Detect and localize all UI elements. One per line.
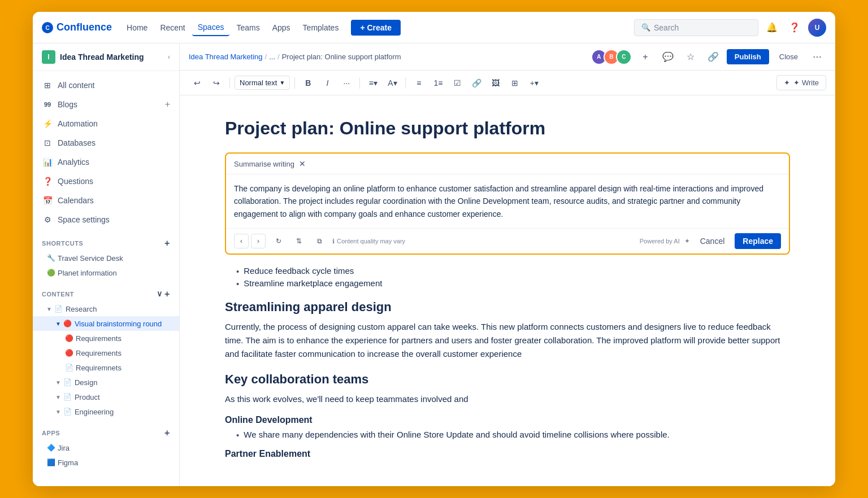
format-chevron: ▼ xyxy=(279,80,285,86)
ai-powered-label: Powered by AI xyxy=(640,238,680,244)
nav-teams[interactable]: Teams xyxy=(231,20,265,36)
toolbar-divider-2 xyxy=(294,77,295,89)
user-avatar[interactable]: U xyxy=(808,19,826,37)
task-button[interactable]: ☑ xyxy=(449,75,466,91)
tree-item-engineering[interactable]: ▼ 📄 Engineering xyxy=(33,404,179,419)
sidebar-item-label: Analytics xyxy=(58,158,89,167)
research-icon: 📄 xyxy=(54,304,63,313)
analytics-icon: 📊 xyxy=(42,156,53,168)
tree-item-research[interactable]: ▼ 📄 Research xyxy=(33,302,179,316)
breadcrumb-ellipsis[interactable]: ... xyxy=(269,53,275,61)
sidebar-item-automation[interactable]: ⚡ Automation xyxy=(33,114,179,133)
blogs-icon: 99 xyxy=(42,99,53,110)
align-button[interactable]: ≡▾ xyxy=(364,75,381,91)
page-title[interactable]: Project plan: Online support platform xyxy=(225,118,790,139)
tree-item-requirements-1[interactable]: 🔴 Requirements xyxy=(33,331,179,346)
sidebar-item-planet-info[interactable]: 🟢 Planet information xyxy=(33,265,179,280)
tree-item-requiremnets[interactable]: 📄 Requiremnets xyxy=(33,360,179,375)
sidebar-item-all-content[interactable]: ⊞ All content xyxy=(33,76,179,95)
search-box[interactable]: 🔍 Search xyxy=(634,19,758,36)
collaborator-avatars: A B C xyxy=(591,49,632,65)
table-button[interactable]: ⊞ xyxy=(506,75,523,91)
format-label: Normal text xyxy=(240,78,277,87)
content-add-icon[interactable]: + xyxy=(164,289,170,299)
tree-item-requirements-2[interactable]: 🔴 Requirements xyxy=(33,346,179,360)
color-button[interactable]: A▾ xyxy=(384,75,401,91)
ai-write-button[interactable]: ✦ ✦ Write xyxy=(776,75,826,90)
sidebar-item-space-settings[interactable]: ⚙ Space settings xyxy=(33,210,179,229)
comment-icon[interactable]: 💬 xyxy=(659,48,677,66)
content-actions: ∨ + xyxy=(157,289,170,299)
engineering-icon: 📄 xyxy=(63,407,72,416)
undo-button[interactable]: ↩ xyxy=(189,75,206,91)
bullet-list-button[interactable]: ≡ xyxy=(410,75,427,91)
sidebar-collapse-icon[interactable]: ‹ xyxy=(168,53,170,61)
ai-adjust-button[interactable]: ⇅ xyxy=(292,234,306,248)
sidebar-item-figma[interactable]: 🟦 Figma xyxy=(33,455,179,470)
ai-prev-button[interactable]: ‹ xyxy=(234,234,249,248)
nav-templates[interactable]: Templates xyxy=(297,20,345,36)
nav-home[interactable]: Home xyxy=(121,20,153,36)
ai-popup-text: The company is developing an online plat… xyxy=(234,182,781,220)
more-options-icon[interactable]: ⋯ xyxy=(808,48,826,66)
sidebar-item-blogs[interactable]: 99 Blogs + xyxy=(33,95,179,114)
help-icon[interactable]: ❓ xyxy=(785,19,804,37)
apps-section: APPS + xyxy=(33,423,179,440)
sidebar-item-analytics[interactable]: 📊 Analytics xyxy=(33,152,179,172)
ai-write-label: ✦ Write xyxy=(793,78,819,87)
ai-copy-button[interactable]: ⧉ xyxy=(312,234,327,248)
top-navigation: C Confluence Home Recent Spaces Teams Ap… xyxy=(33,12,835,43)
tree-item-visual-brainstorming[interactable]: ▼ 🔴 Visual brainstorming round xyxy=(33,316,179,331)
nav-spaces[interactable]: Spaces xyxy=(192,19,230,36)
notifications-icon[interactable]: 🔔 xyxy=(763,19,781,37)
confluence-logo[interactable]: C Confluence xyxy=(42,21,112,33)
watch-icon[interactable]: ☆ xyxy=(682,48,700,66)
tree-item-design[interactable]: ▼ 📄 Design xyxy=(33,375,179,390)
ai-popup-close[interactable]: ✕ xyxy=(299,159,306,168)
sidebar-item-jira[interactable]: 🔷 Jira xyxy=(33,440,179,455)
space-title: Idea Thread Marketing xyxy=(60,53,163,62)
ai-next-button[interactable]: › xyxy=(251,234,266,248)
format-select[interactable]: Normal text ▼ xyxy=(235,76,290,90)
link-button[interactable]: 🔗 xyxy=(468,75,485,91)
apps-add-icon[interactable]: + xyxy=(164,428,170,438)
ai-cancel-button[interactable]: Cancel xyxy=(695,233,731,249)
sidebar: I Idea Thread Marketing ‹ ⊞ All content … xyxy=(33,43,180,486)
more-format-button[interactable]: ··· xyxy=(338,75,355,91)
create-button[interactable]: + Create xyxy=(351,20,401,36)
image-button[interactable]: 🖼 xyxy=(487,75,504,91)
insert-button[interactable]: +▾ xyxy=(526,75,542,91)
collab-team-2-name: Partner Enablement xyxy=(225,449,790,459)
sidebar-item-travel-desk[interactable]: 🔧 Travel Service Desk xyxy=(33,251,179,265)
ai-write-icon: ✦ xyxy=(784,78,790,87)
jira-icon: 🔷 xyxy=(46,443,55,452)
sidebar-item-databases[interactable]: ⊡ Databases xyxy=(33,133,179,152)
nav-apps[interactable]: Apps xyxy=(267,20,296,36)
shortcuts-add-icon[interactable]: + xyxy=(164,238,170,248)
sidebar-item-calendars[interactable]: 📅 Calendars xyxy=(33,191,179,210)
ai-replace-button[interactable]: Replace xyxy=(735,233,781,249)
ai-info-icon: ℹ xyxy=(332,238,335,245)
toolbar-divider-3 xyxy=(359,77,360,89)
planet-info-icon: 🟢 xyxy=(46,268,55,277)
bold-button[interactable]: B xyxy=(300,75,316,91)
section-heading-1: Streamlining apparel design xyxy=(225,300,790,314)
nav-recent[interactable]: Recent xyxy=(154,20,190,36)
publish-button[interactable]: Publish xyxy=(727,49,769,64)
link-icon[interactable]: 🔗 xyxy=(704,48,722,66)
add-collaborator-icon[interactable]: + xyxy=(636,48,654,66)
sidebar-nav: ⊞ All content 99 Blogs + ⚡ Automation ⊡ … xyxy=(33,71,179,234)
ai-popup-footer: ‹ › ↻ ⇅ ⧉ ℹ Content quality may vary xyxy=(226,228,789,254)
sidebar-item-questions[interactable]: ❓ Questions xyxy=(33,172,179,191)
ai-nav-buttons: ‹ › xyxy=(234,234,266,248)
breadcrumb-space[interactable]: Idea Thread Marketing xyxy=(189,53,263,61)
close-button[interactable]: Close xyxy=(774,49,804,64)
req1-icon: 🔴 xyxy=(64,334,73,343)
content-collapse-icon[interactable]: ∨ xyxy=(157,289,163,299)
blogs-add-icon[interactable]: + xyxy=(165,99,170,110)
italic-button[interactable]: I xyxy=(319,75,336,91)
numbered-list-button[interactable]: 1≡ xyxy=(429,75,446,91)
redo-button[interactable]: ↪ xyxy=(208,75,225,91)
ai-refresh-button[interactable]: ↻ xyxy=(271,234,286,248)
tree-item-product[interactable]: ▼ 📄 Product xyxy=(33,390,179,404)
